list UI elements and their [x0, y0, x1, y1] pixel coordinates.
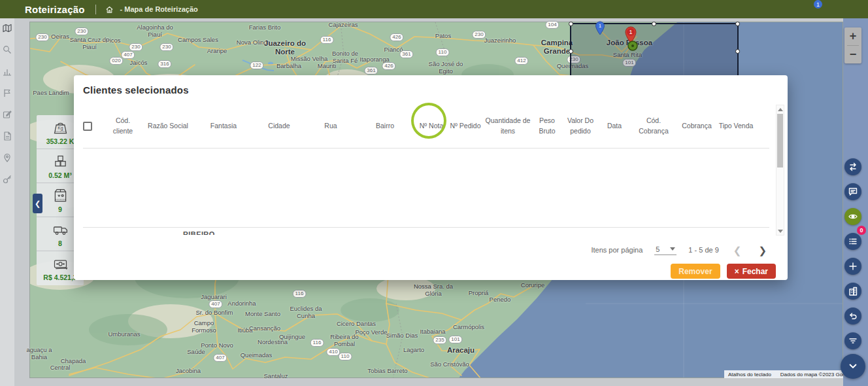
map-place-label: Queimadas: [241, 352, 273, 359]
map-place-label: Ponto Novo: [201, 342, 233, 349]
sidebar-item-map[interactable]: [3, 24, 12, 33]
sidebar-item-edit[interactable]: [3, 110, 12, 119]
cubes-icon: [52, 153, 69, 171]
eye-button[interactable]: [844, 208, 861, 225]
edit-icon: [3, 110, 12, 119]
selection-handle[interactable]: [652, 22, 656, 26]
zoom-in-button[interactable]: +: [844, 27, 861, 45]
map-place-label: Jaicós: [130, 60, 148, 67]
road-number-badge: 122: [250, 61, 263, 69]
sidebar-item-key[interactable]: [3, 175, 12, 184]
plus-button[interactable]: [844, 258, 861, 275]
filter-button[interactable]: [844, 332, 861, 349]
svg-text:Kg: Kg: [58, 126, 63, 131]
road-number-badge: 426: [382, 62, 395, 70]
map-place-label: Araripe: [207, 48, 227, 55]
column-header-6: Bairro: [354, 121, 416, 132]
breadcrumb: - Mapa de Roteirização: [120, 5, 198, 13]
next-page-button[interactable]: ❯: [756, 245, 769, 255]
road-number-badge: 230: [75, 27, 88, 35]
chevron-down-icon: [846, 360, 860, 373]
chat-button[interactable]: [844, 183, 861, 200]
list-icon: [848, 236, 858, 247]
search-icon: [3, 45, 12, 54]
close-button-label: Fechar: [743, 267, 768, 276]
road-number-badge: 020: [109, 57, 123, 65]
app-window: Google OeirasSanta Cruz do PiauíPicosAla…: [0, 0, 868, 386]
sidebar-item-pin[interactable]: [3, 153, 12, 162]
map-place-label: Lagarto: [403, 347, 424, 354]
blue-pin-count: 1: [599, 23, 602, 29]
selection-handle[interactable]: [735, 49, 740, 54]
road-number-badge: 230: [129, 43, 142, 51]
remove-button[interactable]: Remover: [671, 264, 720, 279]
left-icon-rail: [0, 18, 14, 386]
map-place-label: Picos: [105, 37, 120, 44]
list-button[interactable]: [844, 233, 861, 250]
building-button[interactable]: [844, 283, 861, 300]
blue-map-pin[interactable]: 1: [595, 21, 605, 38]
road-number-badge: 426: [390, 33, 403, 41]
column-header-9: Quantidade de itens: [484, 116, 531, 137]
truck-icon: [52, 221, 69, 239]
road-number-badge: 104: [545, 21, 559, 29]
home-icon[interactable]: [105, 5, 114, 14]
sidebar-item-document[interactable]: [3, 132, 12, 141]
column-header-10: Peso Bruto: [531, 116, 563, 137]
selection-handle[interactable]: [735, 22, 740, 26]
map-place-label: Jaguarari: [201, 294, 227, 301]
package-icon: [52, 187, 69, 205]
map-place-label: Nordestina: [258, 339, 288, 346]
select-all-checkbox[interactable]: [83, 122, 92, 131]
zoom-out-button[interactable]: −: [844, 46, 861, 63]
dropdown-caret-icon: [670, 247, 675, 251]
green-circle-marker[interactable]: [627, 41, 638, 54]
page-range-label: 1 - 5 de 9: [688, 246, 718, 254]
map-place-label: Saúde: [187, 349, 205, 356]
table-bottom-border: [83, 227, 769, 228]
toolbar-collapse-button[interactable]: [841, 354, 865, 379]
selection-handle[interactable]: [569, 22, 573, 26]
scrollbar-thumb[interactable]: [777, 114, 783, 167]
list-count-badge: 0: [857, 226, 866, 235]
sidebar-item-flag[interactable]: [3, 88, 12, 97]
map-icon: [3, 24, 12, 33]
route-swap-button[interactable]: [844, 158, 861, 175]
page-size-select[interactable]: 5: [654, 245, 676, 255]
map-place-label: Nossa Sra. da Glória: [412, 283, 454, 298]
stat-value: R$ 4.521,3: [43, 273, 76, 281]
modal-title: Clientes selecionados: [83, 84, 189, 96]
map-place-label: Cansanção: [249, 325, 280, 332]
items-per-page-label: Itens por página: [591, 246, 643, 254]
previous-page-button[interactable]: ❮: [731, 245, 744, 255]
road-number-badge: 116: [310, 339, 324, 347]
red-pin-count: 1: [629, 29, 632, 35]
header-checkbox-cell: [83, 122, 107, 131]
column-header-14: Cobrança: [676, 121, 717, 132]
stat-value: 9: [58, 205, 62, 213]
stats-collapse-button[interactable]: ❮: [33, 194, 42, 213]
scroll-down-arrow[interactable]: [776, 227, 784, 235]
map-place-label: São Cristóvão: [430, 361, 469, 368]
app-title: Roteirização: [25, 4, 85, 15]
plus-icon: [848, 261, 858, 272]
scroll-up-arrow[interactable]: [776, 105, 784, 113]
attrib-shortcuts[interactable]: Atalhos do teclado: [728, 372, 771, 377]
undo-button[interactable]: [844, 307, 861, 325]
sidebar-item-chart[interactable]: [3, 67, 12, 76]
map-place-label: Patos: [435, 33, 451, 40]
road-number-badge: 316: [158, 60, 171, 68]
close-x-icon: ×: [735, 267, 739, 276]
map-place-label: Campos Sales: [178, 37, 218, 44]
road-number-badge: 110: [339, 353, 352, 360]
map-place-label: Monte Santo: [245, 311, 280, 318]
table-scrollbar[interactable]: [776, 105, 784, 236]
selection-handle[interactable]: [569, 49, 573, 54]
map-place-label: Simão Dias: [386, 332, 418, 340]
sidebar-item-search[interactable]: [3, 45, 12, 54]
map-place-label: Paes Landim: [33, 90, 69, 97]
map-place-label: Barbalha: [276, 63, 301, 70]
clipped-row-text: RIBEIRO: [183, 230, 235, 235]
close-button[interactable]: ×Fechar: [727, 264, 776, 279]
tools-notification-badge: 1: [814, 0, 822, 9]
